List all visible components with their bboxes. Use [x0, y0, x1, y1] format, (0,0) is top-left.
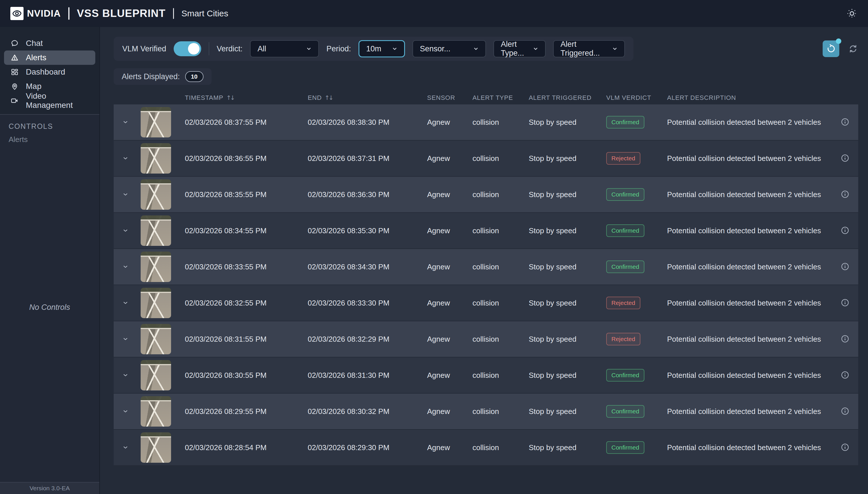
info-icon[interactable] — [841, 262, 850, 272]
table-row: 02/03/2026 08:32:55 PM 02/03/2026 08:33:… — [114, 285, 858, 321]
nvidia-logo: NVIDIA — [10, 7, 61, 20]
info-icon[interactable] — [841, 190, 850, 200]
alert-thumbnail[interactable] — [141, 432, 171, 463]
table-row: 02/03/2026 08:28:54 PM 02/03/2026 08:29:… — [114, 430, 858, 466]
table-row: 02/03/2026 08:33:55 PM 02/03/2026 08:34:… — [114, 249, 858, 285]
refresh-icon[interactable] — [848, 44, 858, 54]
alert-thumbnail[interactable] — [141, 215, 171, 246]
column-header-timestamp[interactable]: TIMESTAMP↑↓ — [178, 94, 300, 101]
end-cell: 02/03/2026 08:34:30 PM — [300, 263, 420, 271]
info-icon[interactable] — [841, 226, 850, 236]
alert-triggered-select[interactable]: Alert Triggered... — [553, 40, 625, 57]
alert-triggered-cell: Stop by speed — [521, 226, 599, 235]
column-header-sensor: SENSOR — [420, 94, 465, 101]
row-expand-chevron-icon[interactable] — [122, 118, 129, 127]
row-expand-chevron-icon[interactable] — [122, 227, 129, 235]
alert-type-cell: collision — [465, 407, 521, 416]
alert-description-cell: Potential collision detected between 2 v… — [660, 118, 832, 127]
summarize-refresh-button[interactable] — [823, 40, 839, 57]
top-header: NVIDIA VSS BLUEPRINT Smart Cities — [0, 0, 868, 27]
product-title: VSS BLUEPRINT — [77, 7, 166, 19]
sort-icon: ↑↓ — [325, 94, 332, 101]
row-expand-chevron-icon[interactable] — [122, 443, 129, 452]
sort-icon: ↑↓ — [226, 94, 234, 101]
vlm-verified-toggle[interactable] — [174, 41, 201, 56]
controls-title: CONTROLS — [8, 122, 99, 131]
sensor-cell: Agnew — [420, 299, 465, 307]
column-header-vlm-verdict: VLM VERDICT — [599, 94, 660, 101]
alert-type-select[interactable]: Alert Type... — [494, 40, 546, 57]
alert-thumbnail[interactable] — [141, 143, 171, 174]
alert-description-cell: Potential collision detected between 2 v… — [660, 407, 832, 416]
map-pin-icon — [10, 82, 19, 91]
nvidia-wordmark: NVIDIA — [27, 8, 61, 19]
verdict-label: Verdict: — [217, 44, 243, 53]
vlm-verdict-badge: Rejected — [606, 152, 640, 165]
sensor-select[interactable]: Sensor... — [412, 40, 486, 57]
sidebar-item-video-management[interactable]: Video Management — [4, 94, 95, 108]
table-row: 02/03/2026 08:37:55 PM 02/03/2026 08:38:… — [114, 104, 858, 140]
vlm-verdict-badge: Rejected — [606, 333, 640, 345]
alert-thumbnail[interactable] — [141, 396, 171, 426]
verdict-select[interactable]: All — [250, 40, 319, 57]
chevron-down-icon — [391, 45, 399, 53]
alerts-displayed-bar: Alerts Displayed: 10 — [114, 68, 211, 85]
info-icon[interactable] — [841, 117, 850, 127]
alert-type-cell: collision — [465, 299, 521, 307]
chevron-down-icon — [532, 45, 539, 53]
alert-description-cell: Potential collision detected between 2 v… — [660, 190, 832, 199]
alert-thumbnail[interactable] — [141, 107, 171, 137]
info-icon[interactable] — [841, 443, 850, 453]
sidebar-item-alerts[interactable]: Alerts — [4, 51, 95, 65]
table-row: 02/03/2026 08:34:55 PM 02/03/2026 08:35:… — [114, 213, 858, 249]
table-row: 02/03/2026 08:35:55 PM 02/03/2026 08:36:… — [114, 177, 858, 213]
table-row: 02/03/2026 08:36:55 PM 02/03/2026 08:37:… — [114, 140, 858, 177]
row-expand-chevron-icon[interactable] — [122, 190, 129, 199]
row-expand-chevron-icon[interactable] — [122, 154, 129, 163]
alert-description-cell: Potential collision detected between 2 v… — [660, 263, 832, 271]
alert-thumbnail[interactable] — [141, 252, 171, 282]
info-icon[interactable] — [841, 406, 850, 417]
alert-type-placeholder: Alert Type... — [501, 40, 527, 58]
end-cell: 02/03/2026 08:37:31 PM — [300, 154, 420, 163]
row-expand-chevron-icon[interactable] — [122, 335, 129, 343]
alert-type-cell: collision — [465, 154, 521, 163]
info-icon[interactable] — [841, 153, 850, 164]
alert-thumbnail[interactable] — [141, 288, 171, 318]
vlm-verdict-badge: Confirmed — [606, 405, 644, 418]
row-expand-chevron-icon[interactable] — [122, 299, 129, 307]
timestamp-cell: 02/03/2026 08:31:55 PM — [178, 335, 300, 344]
end-cell: 02/03/2026 08:33:30 PM — [300, 299, 420, 307]
alert-type-cell: collision — [465, 190, 521, 199]
row-expand-chevron-icon[interactable] — [122, 263, 129, 271]
sensor-cell: Agnew — [420, 154, 465, 163]
alert-triggered-cell: Stop by speed — [521, 263, 599, 271]
timestamp-cell: 02/03/2026 08:30:55 PM — [178, 371, 300, 380]
column-header-alert-type: ALERT TYPE — [465, 94, 521, 101]
theme-toggle-sun-icon[interactable] — [846, 8, 858, 19]
alert-thumbnail[interactable] — [141, 324, 171, 354]
sensor-cell: Agnew — [420, 443, 465, 452]
alert-description-cell: Potential collision detected between 2 v… — [660, 371, 832, 380]
column-header-end[interactable]: END↑↓ — [300, 94, 420, 101]
sidebar-item-chat[interactable]: Chat — [4, 36, 95, 51]
row-expand-chevron-icon[interactable] — [122, 407, 129, 416]
info-icon[interactable] — [841, 298, 850, 308]
alert-thumbnail[interactable] — [141, 360, 171, 391]
sidebar-item-dashboard[interactable]: Dashboard — [4, 65, 95, 79]
alert-type-cell: collision — [465, 371, 521, 380]
filter-actions — [823, 40, 858, 57]
period-select[interactable]: 10m — [358, 40, 405, 57]
alert-thumbnail[interactable] — [141, 179, 171, 210]
info-icon[interactable] — [841, 334, 850, 344]
chevron-down-icon — [472, 45, 480, 53]
vlm-verdict-badge: Confirmed — [606, 224, 644, 237]
alert-description-cell: Potential collision detected between 2 v… — [660, 299, 832, 307]
info-icon[interactable] — [841, 370, 850, 380]
sidebar-item-label: Video Management — [26, 92, 95, 110]
sidebar-item-label: Map — [26, 82, 41, 91]
vlm-verdict-badge: Confirmed — [606, 261, 644, 273]
row-expand-chevron-icon[interactable] — [122, 371, 129, 380]
vlm-verdict-badge: Rejected — [606, 297, 640, 309]
alert-triggered-cell: Stop by speed — [521, 190, 599, 199]
